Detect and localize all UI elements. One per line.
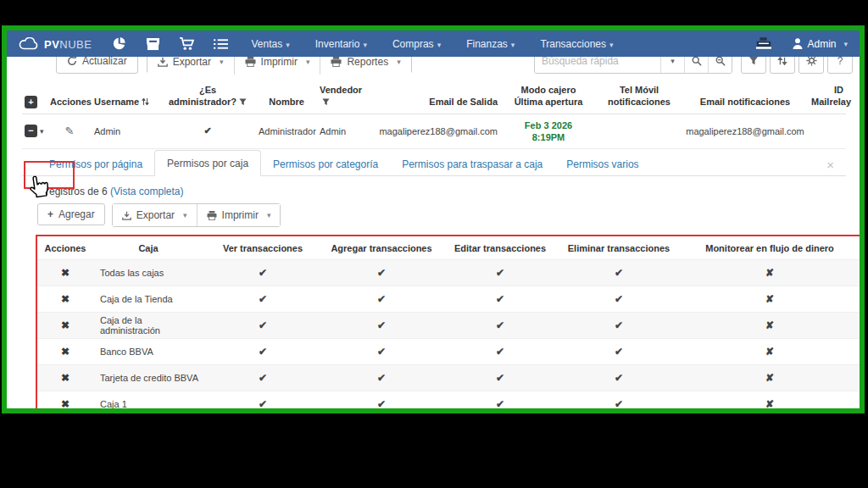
cell-monitorear-flujo[interactable]: ✘ (678, 391, 860, 408)
col-email-salida: Email de Salida (371, 81, 500, 114)
cell-editar-transacciones[interactable]: ✔ (441, 391, 559, 408)
col-es-administrador[interactable]: ¿Esadministrador? (159, 81, 256, 114)
permission-row: ✖Caja 1✔✔✔✔✘ (37, 391, 860, 408)
pie-chart-icon[interactable] (110, 36, 127, 52)
col-username[interactable]: Username (92, 81, 159, 114)
detail-print-button[interactable]: Imprimir ▾ (197, 204, 281, 226)
cell-editar-transacciones[interactable]: ✔ (441, 313, 559, 339)
cell-ver-transacciones[interactable]: ✔ (203, 365, 322, 391)
cell-caja: Banco BBVA (93, 339, 203, 365)
vista-completa-link[interactable]: (Vista completa) (110, 186, 183, 197)
col-nombre: Nombre (256, 81, 317, 114)
cell-editar-transacciones[interactable]: ✔ (441, 339, 559, 365)
col-tel-movil: Tel Móvilnotificaciones (597, 81, 682, 114)
cell-ver-transacciones[interactable]: ✔ (203, 260, 322, 286)
brand-logo[interactable]: PVNUBE (19, 36, 92, 52)
cell-agregar-transacciones[interactable]: ✔ (322, 313, 441, 339)
cell-ver-transacciones[interactable]: ✔ (203, 339, 322, 365)
permissions-table-container: Acciones Caja Ver transacciones Agregar … (36, 235, 860, 408)
cell-is-admin: ✔ (159, 114, 256, 149)
cell-caja: Caja de la Tienda (93, 286, 203, 313)
cell-eliminar-transacciones[interactable]: ✔ (559, 313, 678, 339)
delete-row-icon[interactable]: ✖ (37, 391, 93, 408)
cell-monitorear-flujo[interactable]: ✘ (678, 339, 860, 365)
delete-row-icon[interactable]: ✖ (37, 260, 93, 286)
cell-monitorear-flujo[interactable]: ✘ (678, 286, 860, 313)
cell-ver-transacciones[interactable]: ✔ (203, 286, 322, 313)
cash-register-icon[interactable] (755, 36, 772, 52)
menu-ventas[interactable]: Ventas▾ (251, 38, 289, 50)
cell-ver-transacciones[interactable]: ✔ (203, 313, 322, 339)
printer-icon (207, 211, 217, 220)
cell-monitorear-flujo[interactable]: ✘ (678, 260, 860, 286)
tab-permisos-traspasar-caja[interactable]: Permisos para traspasar a caja (390, 152, 554, 176)
user-menu[interactable]: Admin ▾ (793, 38, 848, 50)
perm-col-caja: Caja (93, 236, 203, 260)
col-email-notificaciones: Email notificaciones (682, 81, 809, 114)
store-icon[interactable] (144, 36, 161, 52)
permission-row: ✖Caja de la Tienda✔✔✔✔✘ (37, 286, 860, 313)
cell-monitorear-flujo[interactable]: ✘ (678, 365, 860, 391)
delete-row-icon[interactable]: ✖ (37, 313, 93, 339)
cell-agregar-transacciones[interactable]: ✔ (322, 365, 441, 391)
menu-compras[interactable]: Compras▾ (392, 38, 441, 50)
add-button[interactable]: + Agregar (37, 203, 105, 225)
edit-icon[interactable]: ✎ (65, 125, 75, 137)
menu-inventario[interactable]: Inventario▾ (315, 38, 367, 50)
close-icon[interactable]: × (826, 158, 846, 175)
cell-agregar-transacciones[interactable]: ✔ (322, 260, 441, 286)
users-table: + Acciones Username ¿Esadministrador? No… (22, 81, 846, 149)
navbar-menus: Ventas▾ Inventario▾ Compras▾ Finanzas▾ T… (251, 38, 613, 50)
user-icon (793, 38, 803, 49)
cell-editar-transacciones[interactable]: ✔ (441, 365, 559, 391)
tab-permisos-varios[interactable]: Permisos varios (554, 152, 650, 176)
cell-editar-transacciones[interactable]: ✔ (441, 260, 559, 286)
detail-export-button[interactable]: Exportar ▾ (113, 204, 197, 226)
col-modo-cajero: Modo cajeroÚltima apertura (500, 81, 597, 114)
cell-eliminar-transacciones[interactable]: ✔ (559, 365, 678, 391)
cell-eliminar-transacciones[interactable]: ✔ (559, 260, 678, 286)
chevron-down-icon: ▾ (306, 58, 310, 66)
chevron-down-icon: ▾ (220, 58, 224, 66)
col-vendedor[interactable]: Vendedor (317, 81, 371, 114)
cell-email-notificaciones: magaliperez188@gmail.com (682, 114, 809, 149)
detail-actions: + Agregar Exportar ▾ Imprimir ▾ (37, 203, 846, 227)
cell-agregar-transacciones[interactable]: ✔ (322, 339, 441, 365)
cell-email-salida: magaliperez188@gmail.com (371, 114, 500, 149)
delete-row-icon[interactable]: ✖ (37, 286, 93, 313)
cell-editar-transacciones[interactable]: ✔ (441, 286, 559, 313)
cell-agregar-transacciones[interactable]: ✔ (322, 286, 441, 313)
detail-export-print-group: Exportar ▾ Imprimir ▾ (112, 203, 281, 227)
cell-agregar-transacciones[interactable]: ✔ (322, 391, 441, 408)
menu-transacciones[interactable]: Transacciones▾ (540, 38, 613, 50)
cell-eliminar-transacciones[interactable]: ✔ (559, 339, 678, 365)
cell-caja: Todas las cajas (93, 260, 203, 286)
cell-id-mailrelay (809, 114, 846, 149)
chevron-down-icon: ▾ (267, 211, 271, 219)
cell-caja: Caja de la administración (93, 313, 203, 339)
collapse-row-button[interactable]: − ▾ (25, 125, 44, 137)
navbar-quick-icons (110, 36, 229, 52)
delete-row-icon[interactable]: ✖ (61, 372, 70, 384)
expand-all-button[interactable]: + (22, 81, 47, 114)
tab-permisos-por-categoria[interactable]: Permisos por categoría (261, 152, 390, 176)
cell-eliminar-transacciones[interactable]: ✔ (559, 391, 678, 408)
delete-row-icon[interactable]: ✖ (61, 293, 70, 305)
tab-permisos-por-pagina[interactable]: Permisos por página (37, 152, 154, 176)
chevron-down-icon: ▾ (609, 41, 614, 49)
delete-row-icon[interactable]: ✖ (37, 339, 93, 365)
cell-ver-transacciones[interactable]: ✔ (203, 391, 322, 408)
delete-row-icon[interactable]: ✖ (37, 365, 93, 391)
delete-row-icon[interactable]: ✖ (61, 267, 70, 279)
tab-permisos-por-caja[interactable]: Permisos por caja (154, 150, 261, 176)
delete-row-icon[interactable]: ✖ (61, 398, 70, 408)
task-list-icon[interactable] (212, 36, 229, 52)
shopping-cart-icon[interactable] (178, 36, 195, 52)
cell-eliminar-transacciones[interactable]: ✔ (559, 286, 678, 313)
delete-row-icon[interactable]: ✖ (61, 319, 70, 331)
col-id-mailrelay: IDMailrelay (809, 81, 846, 114)
cell-monitorear-flujo[interactable]: ✘ (678, 313, 860, 339)
menu-finanzas[interactable]: Finanzas▾ (466, 38, 515, 50)
top-navbar: PVNUBE Ventas▾ Inventario▾ Compras▾ Fina… (7, 30, 860, 57)
delete-row-icon[interactable]: ✖ (61, 346, 70, 358)
